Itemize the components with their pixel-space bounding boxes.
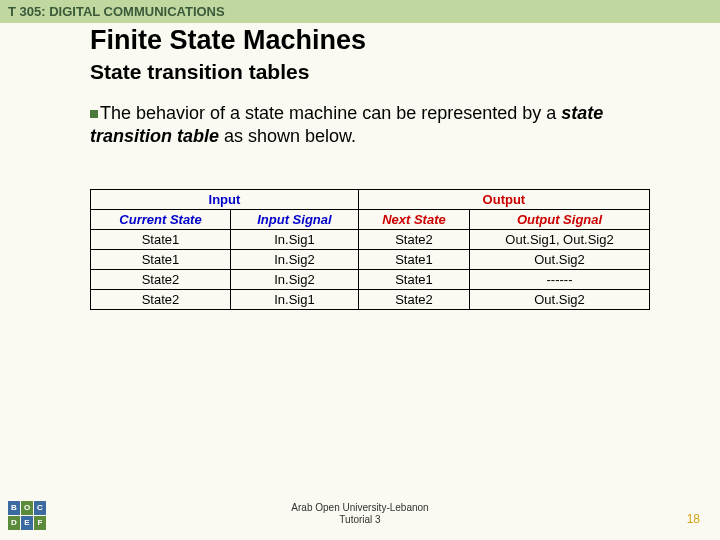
- cell-is: In.Sig1: [231, 289, 359, 309]
- footer-line2: Tutorial 3: [339, 514, 380, 525]
- cell-ns: State1: [358, 269, 469, 289]
- cell-ns: State2: [358, 289, 469, 309]
- state-transition-table: Input Output Current State Input Signal …: [90, 189, 650, 310]
- cell-is: In.Sig1: [231, 229, 359, 249]
- cell-cs: State2: [91, 269, 231, 289]
- page-number: 18: [687, 512, 700, 526]
- table-row: State2 In.Sig2 State1 ------: [91, 269, 650, 289]
- col-input-signal: Input Signal: [231, 209, 359, 229]
- course-code: T 305: DIGITAL COMMUNICATIONS: [8, 4, 225, 19]
- table-row: State2 In.Sig1 State2 Out.Sig2: [91, 289, 650, 309]
- table-row: State1 In.Sig1 State2 Out.Sig1, Out.Sig2: [91, 229, 650, 249]
- slide-title: Finite State Machines: [90, 25, 640, 56]
- bullet-icon: [90, 110, 98, 118]
- state-transition-table-wrap: Input Output Current State Input Signal …: [90, 189, 650, 310]
- cell-ns: State2: [358, 229, 469, 249]
- bullet-paragraph: The behavior of a state machine can be r…: [90, 102, 640, 149]
- course-header: T 305: DIGITAL COMMUNICATIONS: [0, 0, 720, 23]
- cell-os: ------: [470, 269, 650, 289]
- slide-subtitle: State transition tables: [90, 60, 640, 84]
- cell-is: In.Sig2: [231, 269, 359, 289]
- cell-os: Out.Sig1, Out.Sig2: [470, 229, 650, 249]
- group-output: Output: [358, 189, 649, 209]
- col-current-state: Current State: [91, 209, 231, 229]
- table-row: State1 In.Sig2 State1 Out.Sig2: [91, 249, 650, 269]
- group-input: Input: [91, 189, 359, 209]
- cell-cs: State1: [91, 249, 231, 269]
- footer-line1: Arab Open University-Lebanon: [291, 502, 428, 513]
- col-next-state: Next State: [358, 209, 469, 229]
- cell-cs: State1: [91, 229, 231, 249]
- cell-is: In.Sig2: [231, 249, 359, 269]
- table-column-header: Current State Input Signal Next State Ou…: [91, 209, 650, 229]
- table-group-header: Input Output: [91, 189, 650, 209]
- footer: Arab Open University-Lebanon Tutorial 3: [0, 502, 720, 526]
- col-output-signal: Output Signal: [470, 209, 650, 229]
- bullet-text-pre: The behavior of a state machine can be r…: [100, 103, 561, 123]
- bullet-text-post: as shown below.: [219, 126, 356, 146]
- cell-cs: State2: [91, 289, 231, 309]
- cell-ns: State1: [358, 249, 469, 269]
- slide-content: Finite State Machines State transition t…: [0, 25, 720, 310]
- cell-os: Out.Sig2: [470, 249, 650, 269]
- cell-os: Out.Sig2: [470, 289, 650, 309]
